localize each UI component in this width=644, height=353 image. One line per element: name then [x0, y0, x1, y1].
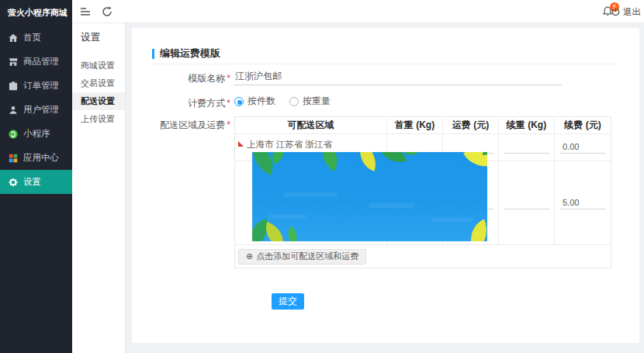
sidebar-item-settings[interactable]: 设置 — [0, 170, 72, 194]
sidebar-item-products[interactable]: 商品管理 — [0, 50, 72, 74]
page-title-row: 编辑运费模版 — [152, 47, 220, 61]
template-name-label: 模版名称* — [145, 72, 230, 85]
main-nav: 首页 商品管理 订单管理 用户管理 — [0, 26, 72, 194]
radio-unselected-icon — [289, 97, 299, 106]
logout-label: 退出 — [623, 6, 641, 18]
required-mark: * — [227, 73, 230, 84]
subsidebar-item-trade-settings[interactable]: 交易设置 — [72, 74, 125, 92]
settings-subsidebar: 设置 商城设置 交易设置 配送设置 上传设置 — [72, 23, 126, 353]
leaf-decoration — [463, 219, 487, 241]
extra-weight-input[interactable] — [504, 141, 549, 154]
region-names: 上海市 江苏省 浙江省 — [247, 139, 332, 150]
sidebar-item-users[interactable]: 用户管理 — [0, 98, 72, 122]
banner-streak — [268, 214, 306, 219]
extra-fee-input[interactable]: 5.00 — [560, 197, 605, 209]
template-name-input[interactable]: 江浙沪包邮 — [234, 68, 562, 85]
page-title: 编辑运费模版 — [160, 47, 220, 61]
radio-by-weight[interactable]: 按重量 — [289, 95, 331, 108]
sidebar-item-label: 订单管理 — [23, 80, 59, 92]
sidebar-item-orders[interactable]: 订单管理 — [0, 74, 72, 98]
subsidebar-item-upload-settings[interactable]: 上传设置 — [72, 110, 125, 128]
miniprogram-icon — [7, 128, 19, 140]
required-mark: * — [227, 98, 230, 109]
radio-label: 按件数 — [248, 95, 275, 108]
table-row-1-extra-fee-cell: 0.00 — [555, 134, 611, 161]
title-divider — [152, 64, 619, 64]
power-icon — [611, 7, 621, 17]
radio-by-piece[interactable]: 按件数 — [234, 95, 275, 108]
leaf-decoration — [404, 152, 418, 159]
app-window: 萤火小程序商城 首页 商品管理 订单管理 — [0, 0, 644, 353]
region-marker-icon[interactable] — [238, 141, 244, 147]
sidebar-item-label: 应用中心 — [23, 152, 59, 164]
table-row-1-extra-weight-cell — [499, 134, 555, 161]
order-clipboard-icon — [7, 80, 19, 92]
banner-streak — [431, 217, 473, 222]
submit-button[interactable]: 提交 — [272, 293, 304, 310]
table-row-2-extra-fee-cell: 5.00 — [555, 161, 611, 245]
col-header-extra-fee: 续费 (元) — [555, 117, 611, 134]
banner-streak — [283, 192, 338, 197]
table-row-2-extra-weight-cell — [499, 161, 555, 245]
app-center-grid-icon — [7, 152, 19, 164]
col-header-first-weight: 首重 (Kg) — [387, 117, 443, 134]
collapse-menu-icon[interactable] — [79, 5, 92, 18]
refresh-icon[interactable] — [101, 5, 113, 18]
add-circle-icon: ⊕ — [246, 252, 253, 261]
billing-method-label: 计费方式* — [145, 97, 230, 110]
sidebar-item-miniprogram[interactable]: 小程序 — [0, 122, 72, 146]
gear-icon — [7, 176, 19, 188]
sidebar-item-label: 用户管理 — [23, 104, 59, 116]
sidebar-item-label: 小程序 — [23, 128, 50, 140]
home-icon — [7, 32, 19, 43]
user-icon — [7, 104, 19, 116]
add-region-button[interactable]: ⊕ 点击添加可配送区域和运费 — [238, 249, 366, 265]
subsidebar-item-delivery-settings[interactable]: 配送设置 — [72, 92, 125, 110]
radio-selected-icon — [234, 97, 244, 106]
region-freight-label: 配送区域及运费* — [137, 119, 230, 132]
leaf-decoration — [463, 152, 487, 175]
col-header-extra-weight: 续重 (Kg) — [499, 117, 555, 134]
title-accent-bar — [152, 49, 154, 59]
sidebar-item-label: 设置 — [23, 176, 41, 188]
floating-banner-image — [252, 152, 487, 241]
subsidebar-header: 设置 — [72, 28, 125, 47]
sidebar-item-label: 首页 — [23, 32, 41, 43]
add-region-label: 点击添加可配送区域和运费 — [256, 251, 358, 262]
extra-fee-input[interactable]: 0.00 — [560, 141, 605, 154]
banner-streak — [369, 203, 415, 208]
leaf-decoration — [282, 226, 302, 241]
subsidebar-item-mall-settings[interactable]: 商城设置 — [72, 57, 125, 74]
table-footer-row: ⊕ 点击添加可配送区域和运费 — [235, 245, 611, 268]
radio-label: 按重量 — [303, 95, 331, 108]
sidebar-item-label: 商品管理 — [23, 56, 59, 67]
required-mark: * — [227, 119, 230, 130]
billing-method-radios: 按件数 按重量 — [234, 95, 331, 108]
topbar: 5 退出 — [72, 0, 644, 23]
sidebar-item-home[interactable]: 首页 — [0, 26, 72, 50]
leaf-decoration — [315, 152, 345, 171]
extra-weight-input[interactable] — [504, 197, 549, 209]
leaf-decoration — [355, 152, 381, 171]
shop-icon — [7, 56, 19, 67]
leaf-decoration — [379, 152, 407, 167]
sidebar-item-app-center[interactable]: 应用中心 — [0, 146, 72, 170]
main-sidebar: 萤火小程序商城 首页 商品管理 订单管理 — [0, 0, 72, 353]
col-header-freight: 运费 (元) — [443, 117, 499, 134]
app-logo: 萤火小程序商城 — [0, 0, 72, 26]
col-header-region: 可配送区域 — [235, 117, 387, 134]
logout-button[interactable]: 退出 — [611, 0, 641, 23]
